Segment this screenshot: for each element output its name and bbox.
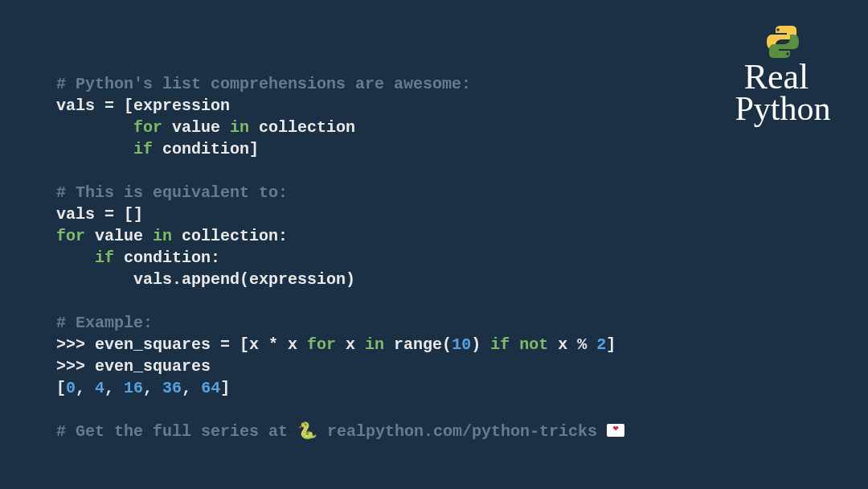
- love-letter-icon: [607, 424, 624, 437]
- code-text: collection: [249, 118, 355, 137]
- kw-in: in: [230, 118, 249, 137]
- sep: ,: [76, 379, 95, 397]
- num: 2: [596, 335, 606, 354]
- code-text: vals = [expression: [56, 97, 230, 115]
- code-text: x %: [548, 335, 596, 354]
- code-text: x: [336, 335, 365, 354]
- code-text: collection:: [172, 227, 288, 245]
- kw-for: for: [307, 335, 336, 354]
- num: 10: [452, 335, 471, 354]
- logo-word-python: Python: [735, 95, 830, 122]
- sep: ,: [143, 379, 162, 397]
- code-text: value: [85, 227, 153, 245]
- code-text: even_squares: [95, 357, 211, 376]
- code-text: value: [162, 118, 230, 137]
- code-text: [510, 335, 519, 354]
- bracket: [: [56, 379, 66, 397]
- comment: # Get the full series at: [56, 422, 297, 441]
- snake-icon: 🐍: [297, 422, 317, 441]
- code-text: ): [471, 335, 490, 354]
- kw-not: not: [519, 335, 548, 354]
- num: 36: [162, 379, 182, 397]
- comment: realpython.com/python-tricks: [317, 422, 607, 441]
- pad: [56, 118, 133, 137]
- pad: [56, 140, 133, 158]
- code-text: vals.append(expression): [56, 270, 355, 289]
- kw-in: in: [365, 335, 384, 354]
- code-text: vals = []: [56, 205, 143, 224]
- pad: [56, 249, 95, 267]
- num: 16: [124, 379, 143, 397]
- kw-for: for: [56, 227, 85, 245]
- code-snippet: # Python's list comprehensions are aweso…: [56, 51, 812, 442]
- num: 0: [66, 379, 76, 397]
- num: 64: [201, 379, 220, 397]
- repl-prompt: >>>: [56, 335, 95, 354]
- repl-prompt: >>>: [56, 357, 95, 376]
- bracket: ]: [220, 379, 230, 397]
- code-text: condition:: [114, 249, 220, 267]
- code-text: even_squares = [x * x: [95, 335, 307, 354]
- kw-if: if: [95, 249, 114, 267]
- python-icon: [764, 23, 802, 61]
- real-python-logo: Real Python: [727, 23, 839, 126]
- sep: ,: [182, 379, 201, 397]
- code-text: ]: [606, 335, 616, 354]
- kw-for: for: [133, 118, 162, 137]
- kw-in: in: [153, 227, 172, 245]
- kw-if: if: [133, 140, 153, 158]
- kw-if: if: [490, 335, 510, 354]
- code-text: range(: [384, 335, 452, 354]
- comment: # Python's list comprehensions are aweso…: [56, 75, 471, 93]
- code-text: condition]: [153, 140, 259, 158]
- comment: # Example:: [56, 314, 153, 332]
- comment: # This is equivalent to:: [56, 183, 288, 202]
- logo-word-real: Real: [744, 63, 809, 92]
- num: 4: [95, 379, 104, 397]
- sep: ,: [104, 379, 124, 397]
